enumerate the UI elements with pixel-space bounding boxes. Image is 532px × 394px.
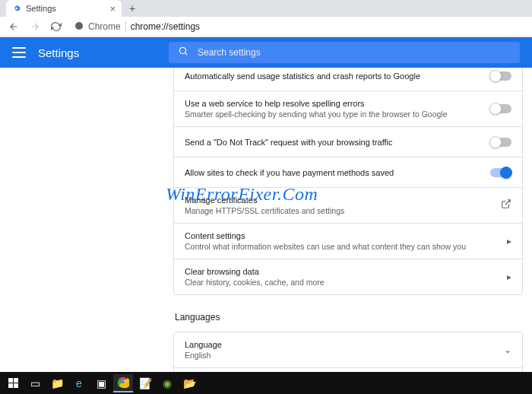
settings-content: Automatically send usage statistics and … (0, 68, 532, 372)
svg-point-0 (75, 22, 83, 30)
chevron-right-icon: ▸ (507, 272, 511, 282)
row-title: Manage certificates (185, 195, 501, 205)
back-button[interactable] (8, 21, 20, 33)
address-bar: Chrome chrome://settings (0, 17, 532, 37)
payment-check-row[interactable]: Allow sites to check if you have payment… (174, 157, 522, 188)
row-title: Allow sites to check if you have payment… (185, 168, 490, 177)
row-sub: English (185, 351, 504, 360)
row-title: Use a web service to help resolve spelli… (185, 99, 490, 108)
row-title: Automatically send usage statistics and … (185, 71, 490, 81)
row-title: Send a "Do Not Track" request with your … (185, 138, 490, 147)
do-not-track-row[interactable]: Send a "Do Not Track" request with your … (174, 127, 522, 157)
language-row[interactable]: Language English ⌄ (174, 332, 522, 368)
forward-button[interactable] (29, 21, 41, 33)
row-title: Language (185, 340, 504, 349)
spelling-service-row[interactable]: Use a web service to help resolve spelli… (174, 91, 522, 127)
tab-title: Settings (26, 4, 56, 13)
languages-header: Languages (175, 312, 523, 323)
languages-card: Language English ⌄ Spell check English (… (173, 332, 523, 372)
windows-logo-icon (8, 378, 18, 388)
windows-taskbar: ▭ 📁 e ▣ 📝 ◉ 📂 (0, 372, 532, 394)
toggle-switch[interactable] (490, 104, 511, 113)
search-input[interactable] (198, 47, 511, 58)
folder-icon[interactable]: 📂 (179, 374, 199, 392)
chrome-icon[interactable] (113, 374, 133, 392)
row-sub: Control what information websites can us… (185, 242, 507, 251)
row-title: Clear browsing data (185, 267, 507, 276)
reload-button[interactable] (50, 21, 62, 33)
row-title: Content settings (185, 231, 507, 240)
notepad-icon[interactable]: 📝 (135, 374, 155, 392)
row-sub: Smarter spell-checking by sending what y… (185, 110, 490, 119)
secure-icon (74, 21, 84, 33)
content-settings-row[interactable]: Content settings Control what informatio… (174, 224, 522, 259)
search-container[interactable] (169, 42, 520, 63)
new-tab-button[interactable]: + (129, 2, 135, 14)
file-explorer-icon[interactable]: 📁 (47, 374, 67, 392)
usage-stats-row[interactable]: Automatically send usage statistics and … (174, 68, 522, 91)
gear-icon (12, 4, 21, 13)
toggle-switch[interactable] (490, 168, 511, 177)
close-icon[interactable]: × (109, 3, 116, 14)
chevron-down-icon: ⌄ (504, 345, 511, 355)
menu-icon[interactable] (12, 46, 26, 59)
manage-certificates-row[interactable]: Manage certificates Manage HTTPS/SSL cer… (174, 188, 522, 224)
search-icon (178, 46, 188, 59)
browser-tab-strip: Settings × + (0, 0, 532, 17)
start-button[interactable] (3, 374, 23, 392)
toggle-switch[interactable] (490, 138, 511, 147)
browser-tab[interactable]: Settings × (6, 0, 122, 17)
app-icon[interactable]: ◉ (157, 374, 177, 392)
external-link-icon (501, 199, 511, 212)
omnibox[interactable]: Chrome chrome://settings (71, 21, 524, 33)
toggle-switch[interactable] (490, 71, 511, 81)
svg-point-1 (179, 47, 185, 53)
url-host: Chrome (88, 21, 126, 32)
chevron-right-icon: ▸ (507, 236, 511, 246)
url-path: chrome://settings (131, 21, 200, 32)
edge-icon[interactable]: e (69, 374, 89, 392)
task-view-button[interactable]: ▭ (25, 374, 45, 392)
terminal-icon[interactable]: ▣ (91, 374, 111, 392)
row-sub: Manage HTTPS/SSL certificates and settin… (185, 206, 501, 215)
clear-browsing-data-row[interactable]: Clear browsing data Clear history, cooki… (174, 259, 522, 294)
row-sub: Clear history, cookies, cache, and more (185, 278, 507, 287)
settings-header: Settings (0, 37, 532, 68)
page-title: Settings (38, 46, 79, 59)
privacy-card: Automatically send usage statistics and … (173, 68, 523, 295)
